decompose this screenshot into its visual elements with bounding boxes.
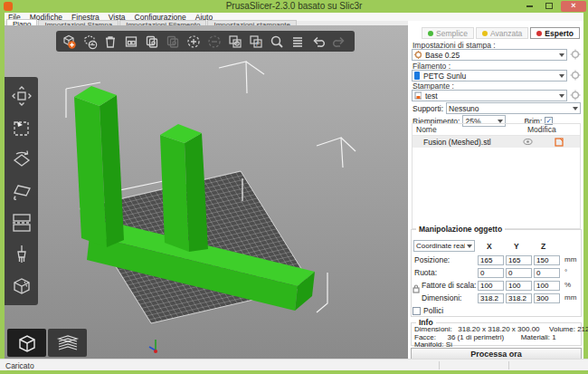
manipulation-title: Manipolazione oggetto xyxy=(416,225,505,234)
window-border-bottom xyxy=(0,370,588,374)
info-dimensions-label: Dimensioni: xyxy=(414,325,452,333)
mode-selector: Semplice Avanzata Esperto xyxy=(422,27,580,39)
position-unit: mm xyxy=(564,255,576,264)
mode-expert-button[interactable]: Esperto xyxy=(530,27,580,39)
model-object xyxy=(74,86,315,311)
paste-button[interactable] xyxy=(162,32,183,51)
info-volume-label: Volume: xyxy=(549,325,575,333)
simple-mode-dot-icon xyxy=(428,31,433,36)
svg-text:P: P xyxy=(256,41,261,47)
info-dimensions-value: 318.20 x 318.20 x 300.00 xyxy=(458,325,539,333)
status-text: Caricato xyxy=(5,361,34,370)
printer-combo[interactable]: test xyxy=(412,90,567,101)
scale-tool-button[interactable] xyxy=(6,111,36,143)
close-button[interactable]: × xyxy=(561,1,586,12)
scale-unit: % xyxy=(564,281,571,289)
edit-object-icon[interactable] xyxy=(555,138,564,147)
advanced-mode-dot-icon xyxy=(482,31,488,36)
add-instance-button[interactable] xyxy=(183,32,204,51)
supports-label: Supporti: xyxy=(413,104,443,113)
print-settings-combo[interactable]: Base 0.25 xyxy=(412,49,567,61)
size-y-field[interactable] xyxy=(506,293,532,303)
axis-z-header: Z xyxy=(541,242,545,251)
edit-filament-gear-icon[interactable] xyxy=(570,70,581,81)
inches-label: Pollici xyxy=(423,306,443,315)
chevron-down-icon xyxy=(573,107,578,110)
rotate-y-field[interactable] xyxy=(506,268,532,278)
eye-icon[interactable] xyxy=(523,138,533,146)
maximize-button[interactable] xyxy=(541,1,557,12)
delete-button[interactable] xyxy=(79,32,100,51)
rotate-label: Ruota: xyxy=(414,268,437,277)
printer-icon xyxy=(414,91,422,100)
copy-button[interactable] xyxy=(141,32,162,51)
split-to-objects-button[interactable] xyxy=(224,32,245,51)
3d-scene xyxy=(5,30,408,359)
object-row[interactable]: Fusion (Meshed).stl xyxy=(413,136,580,148)
expert-mode-dot-icon xyxy=(536,31,542,36)
undo-button[interactable] xyxy=(308,32,328,51)
position-y-field[interactable] xyxy=(506,255,532,265)
3d-editor-view-button[interactable] xyxy=(7,329,46,357)
size-label: Dimensioni: xyxy=(414,293,461,302)
chevron-down-icon xyxy=(559,53,564,57)
info-faces-value: 36 (1 di perimetri) xyxy=(447,333,504,341)
window-title: PrusaSlicer-2.3.0 basato su Slic3r xyxy=(0,1,588,11)
filament-combo[interactable]: PETG Sunlu xyxy=(412,70,567,82)
print-settings-gear-icon xyxy=(414,51,422,59)
name-column-header: Nome xyxy=(413,125,527,134)
mode-advanced-button[interactable]: Avanzata xyxy=(476,27,528,39)
search-button[interactable] xyxy=(266,32,287,51)
cut-tool-button[interactable] xyxy=(6,206,36,238)
scale-y-field[interactable] xyxy=(506,281,532,291)
move-tool-button[interactable] xyxy=(6,80,36,111)
coordinate-mode-combo[interactable]: Coordinate reali xyxy=(413,240,475,252)
mode-simple-button[interactable]: Semplice xyxy=(422,27,474,39)
window-border-right xyxy=(583,13,588,374)
edit-column-header: Modifica xyxy=(527,125,580,134)
size-z-field[interactable] xyxy=(534,293,560,303)
scale-z-field[interactable] xyxy=(534,281,560,291)
axis-y-header: Y xyxy=(514,242,519,251)
preview-sliced-view-button[interactable] xyxy=(48,329,87,357)
place-on-face-tool-button[interactable] xyxy=(6,175,36,206)
split-to-parts-button[interactable]: P xyxy=(245,32,266,51)
supports-combo[interactable]: Nessuno xyxy=(446,102,581,114)
arrange-button[interactable] xyxy=(120,32,141,51)
rotate-tool-button[interactable] xyxy=(6,143,36,175)
position-x-field[interactable] xyxy=(478,255,504,265)
inches-checkbox[interactable] xyxy=(413,307,421,315)
filament-spool-icon xyxy=(414,72,420,80)
title-bar: PrusaSlicer-2.3.0 basato su Slic3r × xyxy=(0,0,588,13)
variable-layer-height-button[interactable] xyxy=(287,32,308,51)
edit-printer-gear-icon[interactable] xyxy=(570,90,581,101)
delete-all-button[interactable] xyxy=(100,32,120,51)
rotate-z-field[interactable] xyxy=(534,268,560,278)
status-divider xyxy=(439,361,440,369)
paint-tool-button[interactable] xyxy=(6,238,36,270)
remove-instance-button[interactable] xyxy=(204,32,224,51)
object-list: Nome Modifica Fusion (Meshed).stl xyxy=(412,123,581,229)
status-divider xyxy=(508,361,509,369)
size-unit: mm xyxy=(564,293,576,302)
add-button[interactable] xyxy=(58,32,79,51)
info-materials-label: Materiali: xyxy=(521,333,550,341)
3d-viewport[interactable]: P xyxy=(5,25,408,359)
scale-x-field[interactable] xyxy=(478,281,504,291)
info-volume-value: 2125000.00 xyxy=(577,325,588,333)
chevron-down-icon xyxy=(498,120,503,123)
size-x-field[interactable] xyxy=(478,293,504,303)
top-toolbar: P xyxy=(56,31,355,52)
rotate-x-field[interactable] xyxy=(478,268,504,278)
position-z-field[interactable] xyxy=(534,255,560,265)
seam-tool-button[interactable] xyxy=(6,270,36,302)
left-toolbar xyxy=(5,77,38,305)
redo-button[interactable] xyxy=(328,32,349,51)
prusaslicer-window: PrusaSlicer-2.3.0 basato su Slic3r × Fil… xyxy=(0,0,588,374)
position-label: Posizione: xyxy=(414,255,450,264)
scale-label: Fattore di scala: xyxy=(414,281,476,290)
minimize-button[interactable] xyxy=(521,1,537,12)
right-sidebar: Semplice Avanzata Esperto Impostazioni d… xyxy=(409,25,583,359)
edit-print-settings-gear-icon[interactable] xyxy=(570,49,581,60)
status-bar: Caricato xyxy=(0,359,588,370)
